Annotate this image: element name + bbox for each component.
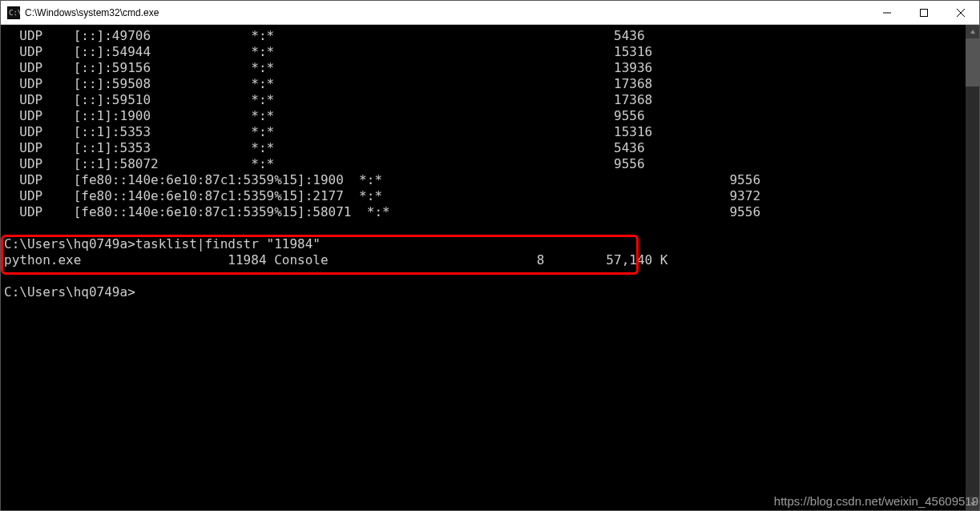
svg-marker-7 [970,30,975,34]
minimize-button[interactable] [869,1,905,25]
vertical-scrollbar[interactable] [966,25,979,510]
scroll-up-button[interactable] [966,25,979,38]
svg-text:C:\: C:\ [9,9,20,17]
cmd-window: C:\ C:\Windows\system32\cmd.exe UDP [::]… [0,0,980,511]
console-line [4,268,966,284]
console-line: UDP [::]:49706 *:* 5436 [4,28,966,44]
console-line: UDP [::]:59156 *:* 13936 [4,60,966,76]
scroll-thumb[interactable] [966,38,979,87]
svg-rect-4 [921,9,928,16]
console-line: UDP [fe80::140e:6e10:87c1:5359%15]:2177 … [4,188,966,204]
console-line: python.exe 11984 Console 8 57,140 K [4,252,966,268]
console-line: UDP [::]:59508 *:* 17368 [4,76,966,92]
title-bar: C:\ C:\Windows\system32\cmd.exe [1,1,979,25]
console-line: UDP [::1]:1900 *:* 9556 [4,108,966,124]
cursor [135,286,143,300]
svg-marker-8 [970,502,975,506]
maximize-button[interactable] [905,1,942,25]
window-title: C:\Windows\system32\cmd.exe [25,7,159,18]
console-line: C:\Users\hq0749a> [4,284,966,300]
cmd-icon: C:\ [7,6,20,19]
scroll-down-button[interactable] [966,497,979,510]
console-line: UDP [fe80::140e:6e10:87c1:5359%15]:58071… [4,204,966,220]
console-line: UDP [::]:54944 *:* 15316 [4,44,966,60]
console-line: UDP [::1]:58072 *:* 9556 [4,156,966,172]
console-line: C:\Users\hq0749a>tasklist|findstr "11984… [4,236,966,252]
console-area[interactable]: UDP [::]:49706 *:* 5436 UDP [::]:54944 *… [1,25,979,510]
console-line: UDP [::1]:5353 *:* 5436 [4,140,966,156]
console-line: UDP [::1]:5353 *:* 15316 [4,124,966,140]
console-line: UDP [::]:59510 *:* 17368 [4,92,966,108]
console-line: UDP [fe80::140e:6e10:87c1:5359%15]:1900 … [4,172,966,188]
console-line [4,220,966,236]
close-button[interactable] [942,1,979,25]
